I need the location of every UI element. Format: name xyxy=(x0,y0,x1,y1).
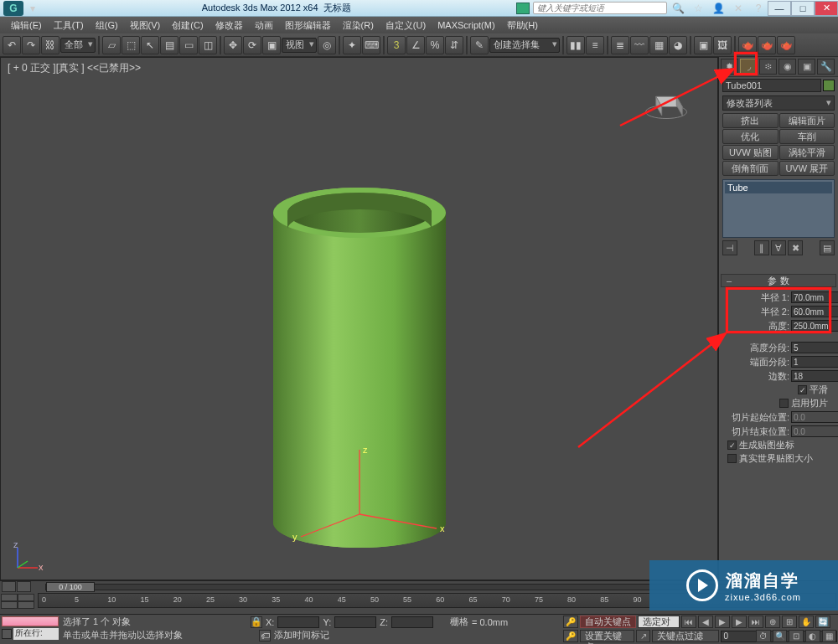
minimize-button[interactable]: — xyxy=(768,1,791,16)
redo-button[interactable]: ↷ xyxy=(22,36,40,54)
add-time-tag[interactable]: 添加时间标记 xyxy=(274,629,329,641)
mod-btn-editpatch[interactable]: 编辑面片 xyxy=(779,113,835,128)
link-button[interactable]: ⛓ xyxy=(41,36,59,54)
render-setup-button[interactable]: ▣ xyxy=(694,36,712,54)
remove-mod-button[interactable]: ✖ xyxy=(788,240,803,255)
make-unique-button[interactable]: ∀ xyxy=(771,240,786,255)
move-button[interactable]: ✥ xyxy=(224,36,242,54)
slice-from-input[interactable] xyxy=(791,411,838,423)
set-key-icon[interactable]: 🔑 xyxy=(563,630,578,642)
material-button[interactable]: ◕ xyxy=(669,36,687,54)
snap-percent-icon[interactable]: % xyxy=(426,36,444,54)
x-field[interactable] xyxy=(277,616,319,628)
script-line-field[interactable]: 所在行: xyxy=(13,628,59,640)
tube-object[interactable]: z x y xyxy=(1,58,717,580)
select-button[interactable]: ▱ xyxy=(102,36,121,54)
help-search-input[interactable]: 键入关键字或短语 xyxy=(533,2,667,14)
stack-item-tube[interactable]: Tube xyxy=(725,182,832,193)
object-name-field[interactable]: Tube001 xyxy=(722,79,821,92)
user-icon[interactable]: 👤 xyxy=(709,0,727,18)
modify-tab[interactable]: ◞ xyxy=(740,59,758,75)
show-end-button[interactable]: ∥ xyxy=(754,240,769,255)
close-button[interactable]: ✕ xyxy=(815,1,838,16)
curve-editor-button[interactable]: 〰 xyxy=(630,36,649,54)
menu-animation[interactable]: 动画 xyxy=(249,19,279,32)
menu-edit[interactable]: 编辑(E) xyxy=(5,19,48,32)
menu-render[interactable]: 渲染(R) xyxy=(337,19,380,32)
key-mode-icon[interactable]: 🔑 xyxy=(563,616,578,628)
cseg-input[interactable] xyxy=(791,356,838,368)
time-slider-thumb[interactable]: 0 / 100 xyxy=(46,582,95,592)
star-icon[interactable]: ☆ xyxy=(689,0,707,18)
render-frame-button[interactable]: 🖼 xyxy=(713,36,732,54)
z-field[interactable] xyxy=(391,616,433,628)
nav-5-icon[interactable]: 🔍 xyxy=(773,630,788,642)
menu-maxscript[interactable]: MAXScript(M) xyxy=(432,20,500,30)
snap-spinner-icon[interactable]: ⇵ xyxy=(445,36,463,54)
motion-tab[interactable]: ◉ xyxy=(779,59,796,75)
nav-8-icon[interactable]: ▦ xyxy=(822,630,837,642)
render-prod-button[interactable]: 🫖 xyxy=(777,36,795,54)
menu-modifiers[interactable]: 修改器 xyxy=(210,19,249,32)
trackbar-icon[interactable] xyxy=(1,594,18,601)
radius1-input[interactable] xyxy=(791,291,838,303)
mirror-button[interactable]: ▮▮ xyxy=(566,36,585,54)
viewport[interactable]: [ + 0 正交 ][真实 ] <<已禁用>> xyxy=(0,57,718,580)
exchange-icon[interactable]: ✕ xyxy=(729,0,747,18)
trackbar-icon3[interactable] xyxy=(1,601,18,609)
nav-6-icon[interactable]: ⊡ xyxy=(789,630,804,642)
list-icon[interactable]: ▤ xyxy=(160,36,178,54)
params-rollup-header[interactable]: 参 数 xyxy=(721,274,836,287)
window-crossing-icon[interactable]: ◫ xyxy=(199,36,217,54)
rect-sel-icon[interactable]: ▭ xyxy=(179,36,198,54)
render-iter-button[interactable]: 🫖 xyxy=(758,36,776,54)
menu-customize[interactable]: 自定义(U) xyxy=(380,19,432,32)
pin-stack-button[interactable]: ⊣ xyxy=(722,240,737,255)
undo-button[interactable]: ↶ xyxy=(3,36,21,54)
height-input[interactable] xyxy=(791,320,838,332)
nav-3-icon[interactable]: ✋ xyxy=(799,616,814,628)
autokey-button[interactable]: 自动关键点 xyxy=(580,616,636,628)
rotate-button[interactable]: ⟳ xyxy=(243,36,261,54)
time-cfg-icon[interactable] xyxy=(2,581,16,592)
hseg-input[interactable] xyxy=(791,342,838,353)
play-end-icon[interactable]: ⏭ xyxy=(748,616,763,628)
nav-2-icon[interactable]: ⊞ xyxy=(782,616,797,628)
create-tab[interactable]: ✹ xyxy=(721,59,738,75)
maximize-button[interactable]: □ xyxy=(791,1,815,16)
modifier-list-dropdown[interactable]: 修改器列表 xyxy=(722,95,835,111)
menu-create[interactable]: 创建(C) xyxy=(166,19,209,32)
select2-button[interactable]: ⬚ xyxy=(122,36,140,54)
render-button[interactable]: 🫖 xyxy=(738,36,757,54)
snap-3d-icon[interactable]: 3 xyxy=(387,36,406,54)
align-button[interactable]: ≡ xyxy=(586,36,604,54)
menu-view[interactable]: 视图(V) xyxy=(124,19,167,32)
pivot-icon[interactable]: ◎ xyxy=(318,36,336,54)
trackbar-icon4[interactable] xyxy=(18,601,34,609)
nav-7-icon[interactable]: ◐ xyxy=(805,630,820,642)
nav-4-icon[interactable]: 🔄 xyxy=(815,616,830,628)
time-cfg2-icon[interactable] xyxy=(17,581,31,592)
mod-btn-bevelprofile[interactable]: 倒角剖面 xyxy=(722,161,779,176)
setkey-button[interactable]: 设置关键点 xyxy=(580,630,634,642)
dropdown-icon[interactable]: ▾ xyxy=(27,3,39,14)
help-icon[interactable]: ? xyxy=(749,0,768,18)
real-world-checkbox[interactable] xyxy=(727,454,737,463)
sel-set-field[interactable]: 选定对 xyxy=(638,616,680,628)
object-color-swatch[interactable] xyxy=(823,80,835,91)
slice-to-input[interactable] xyxy=(791,425,838,437)
info-icon[interactable] xyxy=(516,3,530,14)
sides-input[interactable] xyxy=(791,370,838,382)
trackbar-icon2[interactable] xyxy=(18,594,34,601)
lock-icon[interactable]: 🔒 xyxy=(251,616,262,628)
smooth-checkbox[interactable] xyxy=(798,385,807,394)
key-filter-button[interactable]: 关键点过滤器... xyxy=(652,630,719,642)
scope-dropdown[interactable]: 全部 xyxy=(60,38,96,53)
selection-set-dropdown[interactable]: 创建选择集 xyxy=(489,38,560,53)
mod-btn-optimize[interactable]: 优化 xyxy=(722,129,779,144)
mod-btn-uvwunwrap[interactable]: UVW 展开 xyxy=(779,161,835,176)
play-prev-icon[interactable]: ◀ xyxy=(698,616,713,628)
scale-button[interactable]: ▣ xyxy=(262,36,281,54)
gen-uv-checkbox[interactable] xyxy=(727,440,737,450)
menu-grapheditor[interactable]: 图形编辑器 xyxy=(279,19,337,32)
